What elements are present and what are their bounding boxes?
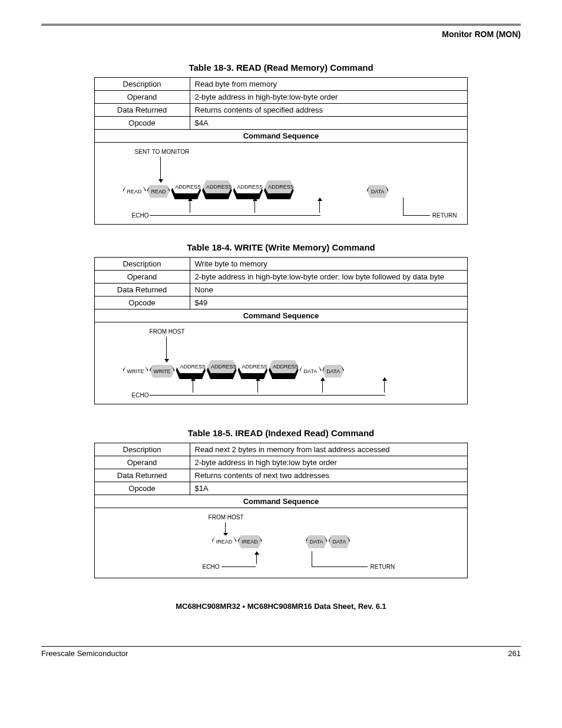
top-label: SENT TO MONITOR bbox=[135, 149, 190, 155]
row-label: Description bbox=[94, 78, 190, 91]
table-row: Command Sequence bbox=[94, 309, 468, 322]
row-value: Read next 2 bytes in memory from last ad… bbox=[190, 443, 468, 456]
seq-row: IREAD IREAD DATA DATA bbox=[100, 536, 463, 545]
seq-box-data2: DATA bbox=[329, 536, 351, 545]
cmd-seq-header: Command Sequence bbox=[94, 495, 468, 508]
top-label: FROM HOST bbox=[150, 328, 185, 335]
row-label: Operand bbox=[94, 91, 190, 104]
row-value: None bbox=[190, 284, 468, 297]
arrow-up bbox=[191, 377, 196, 393]
table-18-4: DescriptionWrite byte to memory Operand2… bbox=[94, 257, 468, 404]
table-row: DescriptionRead byte from memory bbox=[94, 78, 468, 91]
table-caption-18-4: Table 18-4. WRITE (Write Memory) Command bbox=[41, 242, 521, 252]
seq-box-data-echo: DATA bbox=[322, 366, 344, 375]
cmd-seq-cell: SENT TO MONITOR READ READ ADDRESS HIGH A… bbox=[94, 143, 468, 225]
top-label: FROM HOST bbox=[209, 514, 244, 521]
footer-left: Freescale Semiconductor bbox=[41, 649, 128, 658]
seq-box-write-echo: WRITE bbox=[150, 366, 175, 375]
row-label: Operand bbox=[94, 271, 190, 284]
row-value: $1A bbox=[190, 482, 468, 495]
row-label: Data Returned bbox=[94, 469, 190, 482]
seq-box-addr-low: ADDRESS LOW bbox=[238, 361, 268, 379]
echo-line bbox=[150, 395, 385, 396]
arrow-up bbox=[382, 377, 387, 393]
arrow-down bbox=[158, 157, 163, 183]
row-value: $4A bbox=[190, 117, 468, 130]
section-header: Monitor ROM (MON) bbox=[41, 29, 521, 39]
seq-row: READ READ ADDRESS HIGH ADDRESS HIGH ADDR… bbox=[100, 182, 463, 199]
row-label: Description bbox=[94, 443, 190, 456]
row-label: Opcode bbox=[94, 482, 190, 495]
cmd-seq-cell: FROM HOST WRITE WRITE ADDRESS HIGH ADDRE… bbox=[94, 322, 468, 404]
seq-box-data: DATA bbox=[367, 186, 389, 195]
echo-line bbox=[150, 215, 320, 216]
table-caption-18-5: Table 18-5. IREAD (Indexed Read) Command bbox=[41, 428, 521, 438]
table-18-5: DescriptionRead next 2 bytes in memory f… bbox=[94, 443, 468, 578]
row-label: Data Returned bbox=[94, 284, 190, 297]
bottom-left-label: ECHO bbox=[132, 392, 149, 398]
return-line bbox=[404, 215, 430, 216]
table-row: Opcode$1A bbox=[94, 482, 468, 495]
seq-row: WRITE WRITE ADDRESS HIGH ADDRESS HIGH AD… bbox=[100, 361, 463, 379]
row-value: 2-byte address in high byte:low byte ord… bbox=[190, 456, 468, 469]
row-value: Write byte to memory bbox=[190, 258, 468, 271]
page: Monitor ROM (MON) Table 18-3. READ (Read… bbox=[0, 0, 562, 676]
table-row: Command Sequence bbox=[94, 130, 468, 143]
arrow-up bbox=[320, 377, 325, 393]
row-value: Returns contents of specified address bbox=[190, 104, 468, 117]
table-row: FROM HOST IREAD IREAD DATA DATA ECHO RET… bbox=[94, 508, 468, 578]
footer-right: 261 bbox=[508, 649, 521, 658]
echo-line bbox=[222, 566, 256, 567]
table-row: Data ReturnedReturns contents of next tw… bbox=[94, 469, 468, 482]
seq-box-addr-low-echo: ADDRESS LOW bbox=[269, 361, 299, 379]
seq-box-write: WRITE bbox=[123, 366, 148, 375]
seq-box-addr-low-echo: ADDRESS LOW bbox=[264, 182, 294, 199]
table-row: Data ReturnedReturns contents of specifi… bbox=[94, 104, 468, 117]
bottom-right-label: RETURN bbox=[432, 212, 457, 219]
table-row: SENT TO MONITOR READ READ ADDRESS HIGH A… bbox=[94, 143, 468, 225]
row-label: Operand bbox=[94, 456, 190, 469]
footer-title: MC68HC908MR32 • MC68HC908MR16 Data Sheet… bbox=[41, 602, 521, 611]
arrow-down bbox=[223, 522, 228, 536]
row-value: $49 bbox=[190, 297, 468, 309]
seq-diagram-write: FROM HOST WRITE WRITE ADDRESS HIGH ADDRE… bbox=[100, 328, 463, 399]
return-vline bbox=[312, 551, 312, 567]
cmd-seq-cell: FROM HOST IREAD IREAD DATA DATA ECHO RET… bbox=[94, 508, 468, 578]
row-label: Data Returned bbox=[94, 104, 190, 117]
table-row: Opcode$4A bbox=[94, 117, 468, 130]
seq-box-iread-echo: IREAD bbox=[237, 536, 262, 545]
table-row: Command Sequence bbox=[94, 495, 468, 508]
row-value: 2-byte address in high-byte:low-byte ord… bbox=[190, 91, 468, 104]
seq-box-data: DATA bbox=[300, 366, 322, 375]
table-row: Operand2-byte address in high-byte:low-b… bbox=[94, 271, 468, 284]
seq-box-read: READ bbox=[123, 186, 146, 195]
seq-box-addr-high: ADDRESS HIGH bbox=[176, 361, 206, 379]
return-line bbox=[312, 566, 368, 567]
row-label: Description bbox=[94, 258, 190, 271]
row-label: Opcode bbox=[94, 297, 190, 309]
return-vline bbox=[403, 197, 404, 216]
row-value: 2-byte address in high-byte:low-byte ord… bbox=[190, 271, 468, 284]
arrow-up bbox=[254, 551, 259, 564]
arrow-up bbox=[253, 197, 257, 213]
seq-diagram-read: SENT TO MONITOR READ READ ADDRESS HIGH A… bbox=[100, 149, 463, 219]
table-row: Operand2-byte address in high-byte:low-b… bbox=[94, 91, 468, 104]
table-row: FROM HOST WRITE WRITE ADDRESS HIGH ADDRE… bbox=[94, 322, 468, 404]
seq-box-addr-high-echo: ADDRESS HIGH bbox=[207, 361, 237, 379]
seq-box-addr-high-echo: ADDRESS HIGH bbox=[202, 182, 232, 199]
table-18-3: DescriptionRead byte from memory Operand… bbox=[94, 77, 468, 225]
cmd-seq-header: Command Sequence bbox=[94, 130, 468, 143]
seq-box-addr-high: ADDRESS HIGH bbox=[171, 182, 201, 199]
table-row: Opcode$49 bbox=[94, 297, 468, 309]
table-row: Data ReturnedNone bbox=[94, 284, 468, 297]
table-caption-18-3: Table 18-3. READ (Read Memory) Command bbox=[41, 62, 521, 73]
arrow-up bbox=[188, 197, 193, 213]
arrow-down bbox=[164, 337, 169, 363]
seq-box-iread: IREAD bbox=[212, 536, 237, 545]
row-label: Opcode bbox=[94, 117, 190, 130]
seq-box-data1: DATA bbox=[306, 536, 328, 545]
arrow-up bbox=[318, 197, 322, 213]
top-rule bbox=[41, 24, 521, 26]
seq-box-addr-low: ADDRESS LOW bbox=[233, 182, 263, 199]
table-row: Operand2-byte address in high byte:low b… bbox=[94, 456, 468, 469]
